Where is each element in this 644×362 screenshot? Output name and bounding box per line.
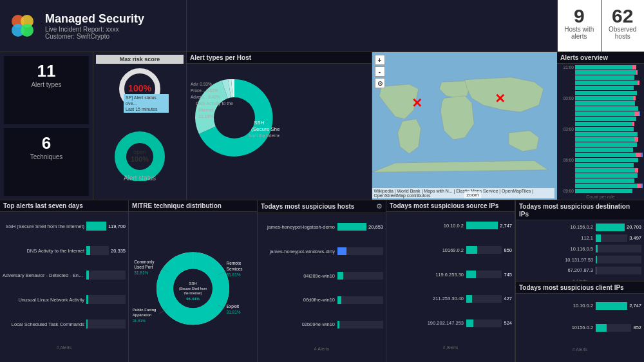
alert-status-label: Alert status xyxy=(124,175,156,182)
suspicious-hosts-header: Todays most suspicious hosts ⚙ xyxy=(258,200,386,213)
suspicious-client-header: Todays most suspicious client IPs xyxy=(516,281,644,294)
alert-types-host-panel: Alert types per Host SSH (Secure She xyxy=(187,52,372,200)
svg-text:open: open xyxy=(133,149,146,155)
alert-bar-row xyxy=(558,101,643,106)
chart-bar-row: 112.13,497 xyxy=(518,234,641,242)
risk-sublabel: SP] Alert status ove... Last 15 minutes xyxy=(124,94,169,113)
alert-bar-row xyxy=(558,122,643,126)
alert-types-number: 11 xyxy=(9,61,84,81)
svg-text:100%: 100% xyxy=(128,83,151,93)
techniques-label: Techniques xyxy=(9,153,84,160)
svg-text:SSH: SSH xyxy=(189,281,196,285)
world-map-svg: ✕ ✕ xyxy=(372,52,558,200)
suspicious-source-header: Todays most suspicious source IPs xyxy=(386,200,515,212)
alert-counts-panel: 11 Alert types 6 Techniques xyxy=(0,52,93,200)
svg-text:Used Port: Used Port xyxy=(134,265,153,269)
alerts-overview-title: Alerts overview xyxy=(557,52,644,64)
chart-bar-row: 190.202.147.253524 xyxy=(389,319,512,327)
svg-text:31.81%: 31.81% xyxy=(227,272,241,277)
svg-text:Public-Facing: Public-Facing xyxy=(133,308,156,312)
top-alert-row: DNS Activity to the Internet20,335 xyxy=(3,246,126,255)
map-nav-controls: + - ⊙ xyxy=(375,55,385,88)
suspicious-client-panel: Todays most suspicious client IPs 10.10.… xyxy=(516,281,644,363)
risk-score-ring: 100% SP] Alert status ove... Last 15 min… xyxy=(117,66,162,111)
alert-bar-row xyxy=(558,184,643,188)
svg-text:95.44%: 95.44% xyxy=(186,297,200,301)
alert-bar-row xyxy=(558,75,643,80)
header-panel: Managed Security Live Incident Report: x… xyxy=(0,0,187,52)
svg-text:Services: Services xyxy=(227,267,243,271)
open-donut-svg: open 100% xyxy=(111,129,169,181)
svg-text:11.19%: 11.19% xyxy=(198,114,214,119)
right-bottom-panels: Todays most suspicious destination IPs 1… xyxy=(515,200,644,362)
svg-text:SSH: SSH xyxy=(254,120,265,126)
svg-text:100%: 100% xyxy=(131,155,149,163)
top-alerts-chart: SSH (Secure Shell from the Internet)119,… xyxy=(0,212,128,359)
alert-bar-row xyxy=(558,81,643,85)
alert-bar-row xyxy=(558,86,643,90)
map-attribution: Wikipedia | World Bank | Maps with N... … xyxy=(372,188,555,198)
map-zoom-out-button[interactable]: - xyxy=(375,66,385,77)
suspicious-source-panel: Todays most suspicious source IPs 10.10.… xyxy=(386,200,515,362)
svg-text:from the Internet 84.36%: from the Internet 84.36% xyxy=(249,133,279,138)
top-alerts-x-label: # Alerts xyxy=(3,345,126,350)
chart-bar-row: 10.10.0.22,747 xyxy=(518,302,641,310)
mitre-title: MITRE technique distribution xyxy=(129,200,257,212)
svg-text:31.81%: 31.81% xyxy=(134,271,148,275)
observed-hosts-label: Observed hosts xyxy=(604,26,642,40)
hosts-with-alerts-label: Hosts with alerts xyxy=(560,26,598,40)
map-zoom-in-button[interactable]: + xyxy=(375,55,385,65)
top-alert-row: Adversary Behavior - Detected - Endpoint… xyxy=(3,271,126,280)
map-panel: ✕ ✕ + - ⊙ Wikipedia | World Bank | Maps … xyxy=(372,52,558,200)
svg-text:Proce... 0.62%: Proce... 0.62% xyxy=(191,88,218,93)
map-reset-button[interactable]: ⊙ xyxy=(375,78,385,88)
app-title: Managed Security xyxy=(45,12,144,26)
hosts-with-alerts-stat: 9 Hosts with alerts xyxy=(558,0,601,52)
report-label: Live Incident Report: xxxx xyxy=(45,26,144,33)
chart-bar-row: 06d0fhe-win10 xyxy=(260,296,383,304)
alert-bar-row xyxy=(558,142,643,147)
alert-bar-row: 03:00 xyxy=(558,127,643,131)
svg-text:31.81%: 31.81% xyxy=(227,310,241,314)
suspicious-hosts-panel: Todays most suspicious hosts ⚙ james-hon… xyxy=(258,200,386,362)
chart-bar-row: 10.10.0.22,747 xyxy=(389,222,512,229)
alert-bar-row xyxy=(558,111,643,116)
suspicious-dest-panel: Todays most suspicious destination IPs 1… xyxy=(516,200,644,281)
techniques-card: 6 Techniques xyxy=(4,128,89,196)
observed-hosts-stat: 62 Observed hosts xyxy=(601,0,645,52)
chart-bar-row: 10.116.0.5 xyxy=(518,245,641,252)
alert-types-host-title: Alert types per Host xyxy=(187,52,372,64)
mitre-panel: MITRE technique distribution SSH (Secure… xyxy=(129,200,258,362)
alert-bar-row: 09:00 xyxy=(558,189,643,193)
alert-bar-row xyxy=(558,70,643,75)
alert-types-card: 11 Alert types xyxy=(4,56,89,124)
chart-bar-row: 67.207.87.3 xyxy=(518,267,641,274)
suspicious-client-title: Todays most suspicious client IPs xyxy=(519,284,624,291)
alert-bar-row xyxy=(558,173,643,178)
svg-text:(Secure Shell from: (Secure Shell from xyxy=(179,287,207,291)
risk-donut-panel: Max risk score 100% SP] Alert status ove… xyxy=(93,52,187,200)
suspicious-dest-header: Todays most suspicious destination IPs xyxy=(516,200,644,220)
mitre-svg: SSH (Secure Shell from the Internet) 95.… xyxy=(131,214,254,357)
chart-bar-row: 10169.0.2850 xyxy=(389,246,512,254)
alert-bar-row xyxy=(558,106,643,111)
suspicious-source-chart: 10.10.0.22,74710169.0.2850119.6.253.3074… xyxy=(386,212,515,359)
alerts-overview-chart: 21:0000:0003:0006:0009:0012:00 xyxy=(557,64,644,194)
svg-text:Internet: Internet xyxy=(198,108,214,112)
alert-bar-row xyxy=(558,91,643,95)
open-donut-container: open 100% Alert status xyxy=(111,114,169,197)
svg-text:the Internet): the Internet) xyxy=(184,291,202,295)
techniques-number: 6 xyxy=(9,133,84,153)
alerts-x-label: Count per rule xyxy=(557,194,644,200)
company-logo xyxy=(6,10,39,42)
alert-bar-row: 06:00 xyxy=(558,158,643,162)
top-alerts-title: Top alerts last seven days xyxy=(0,200,128,212)
suspicious-client-chart: 10.10.0.22,74710156.0.2852# Alerts xyxy=(516,294,644,361)
svg-point-3 xyxy=(21,24,33,37)
mitre-chart: SSH (Secure Shell from the Internet) 95.… xyxy=(129,212,257,359)
suspicious-hosts-title: Todays most suspicious hosts xyxy=(261,203,354,210)
svg-text:31.81%: 31.81% xyxy=(133,319,146,323)
suspicious-hosts-icon: ⚙ xyxy=(376,202,383,211)
header-text-block: Managed Security Live Incident Report: x… xyxy=(45,12,144,40)
svg-text:Remote: Remote xyxy=(227,261,242,265)
